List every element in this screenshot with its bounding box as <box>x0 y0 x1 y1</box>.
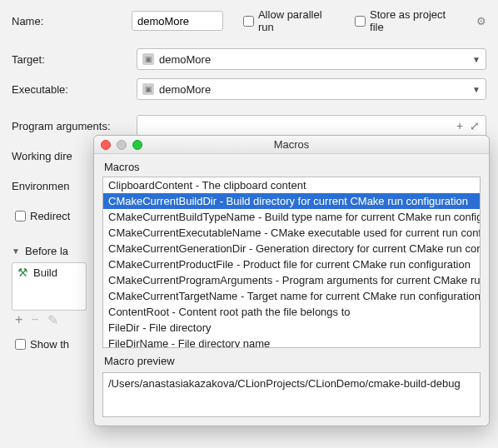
show-checkbox[interactable]: Show th <box>12 336 69 352</box>
allow-parallel-checkbox[interactable]: Allow parallel run <box>240 8 336 33</box>
list-item[interactable]: ClipboardContent - The clipboard content <box>103 177 480 193</box>
macros-section-label: Macros <box>104 161 481 173</box>
hammer-icon: ⚒ <box>17 266 28 279</box>
list-item[interactable]: FileDir - File directory <box>103 320 480 336</box>
name-input[interactable] <box>132 11 223 31</box>
list-item[interactable]: CMakeCurrentProductFile - Product file f… <box>103 256 480 272</box>
store-project-box[interactable] <box>355 16 366 27</box>
add-icon[interactable]: + <box>15 312 22 328</box>
allow-parallel-box[interactable] <box>243 16 254 27</box>
list-item[interactable]: FileDirName - File directory name <box>103 336 480 348</box>
executable-value: demoMore <box>159 83 211 96</box>
redirect-box[interactable] <box>15 211 26 222</box>
program-arguments-label: Program arguments: <box>12 120 137 132</box>
macro-preview: /Users/anastasiakazakova/CLionProjects/C… <box>102 372 481 417</box>
dialog-titlebar: Macros <box>94 136 489 154</box>
executable-icon: ▣ <box>142 83 154 95</box>
close-icon[interactable] <box>101 140 111 150</box>
name-label: Name: <box>12 15 132 27</box>
list-item[interactable]: CMakeCurrentTargetName - Target name for… <box>103 288 480 304</box>
list-item[interactable]: CMakeCurrentBuildDir - Build directory f… <box>103 193 480 209</box>
show-box[interactable] <box>15 339 26 350</box>
chevron-down-icon: ▼ <box>472 55 481 64</box>
remove-icon[interactable]: − <box>31 312 38 328</box>
target-combo[interactable]: ▣ demoMore ▼ <box>137 48 486 70</box>
list-item[interactable]: CMakeCurrentBuildTypeName - Build type n… <box>103 209 480 225</box>
macro-preview-label: Macro preview <box>104 355 481 367</box>
target-icon: ▣ <box>142 53 154 65</box>
gear-icon[interactable]: ⚙ <box>476 15 486 27</box>
zoom-icon[interactable] <box>132 140 142 150</box>
store-project-checkbox[interactable]: Store as project file <box>351 8 458 33</box>
minimize-icon <box>117 140 127 150</box>
program-arguments-input[interactable]: + ⤢ <box>137 115 486 137</box>
allow-parallel-label: Allow parallel run <box>258 8 336 33</box>
target-label: Target: <box>12 53 137 66</box>
chevron-down-icon: ▼ <box>472 85 481 94</box>
redirect-checkbox[interactable]: Redirect <box>12 208 70 224</box>
show-label: Show th <box>30 338 69 351</box>
store-project-label: Store as project file <box>370 8 458 33</box>
list-item[interactable]: CMakeCurrentExecutableName - CMake execu… <box>103 225 480 241</box>
dialog-title: Macros <box>274 138 310 151</box>
disclosure-triangle-icon[interactable]: ▼ <box>12 246 22 256</box>
executable-label: Executable: <box>12 83 137 96</box>
list-item[interactable]: CMakeCurrentGenerationDir - Generation d… <box>103 241 480 256</box>
task-label: Build <box>33 266 57 279</box>
list-item[interactable]: ⚒ Build <box>12 263 86 281</box>
insert-macro-icon[interactable]: + <box>452 119 467 132</box>
redirect-label: Redirect <box>30 210 70 222</box>
macros-dialog: Macros Macros ClipboardContent - The cli… <box>93 135 490 426</box>
list-item[interactable]: CMakeCurrentProgramArguments - Program a… <box>103 272 480 288</box>
before-launch-list[interactable]: ⚒ Build <box>12 262 87 311</box>
target-value: demoMore <box>159 53 211 66</box>
edit-icon[interactable]: ✎ <box>47 312 58 328</box>
macros-list[interactable]: ClipboardContent - The clipboard content… <box>102 177 481 348</box>
executable-combo[interactable]: ▣ demoMore ▼ <box>137 78 486 100</box>
before-launch-label: Before la <box>25 245 68 257</box>
list-item[interactable]: ContentRoot - Content root path the file… <box>103 304 480 320</box>
expand-icon[interactable]: ⤢ <box>467 119 482 132</box>
